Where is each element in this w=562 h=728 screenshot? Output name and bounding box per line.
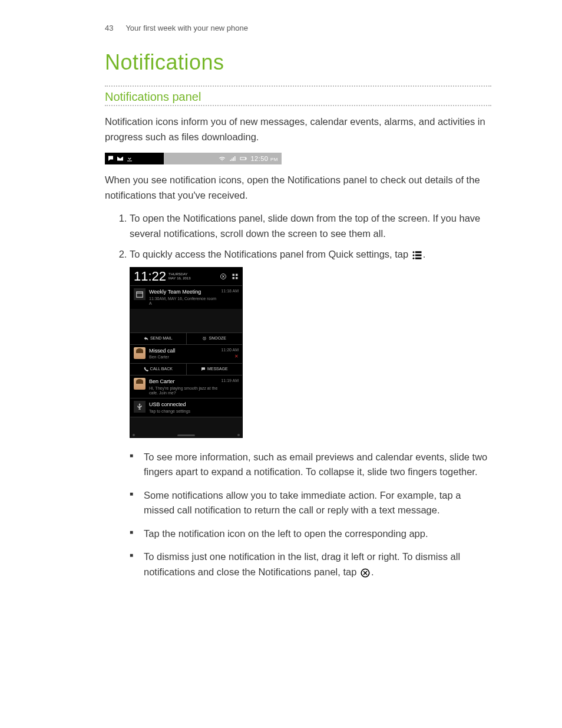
- tip-3: Tap the notification icon on the left to…: [130, 526, 491, 542]
- wifi-icon: [219, 155, 226, 162]
- svg-point-2: [412, 251, 414, 253]
- notification-actions: SEND MAIL SNOOZE: [130, 332, 242, 344]
- quick-settings-icon: [232, 273, 239, 280]
- missed-call-x-icon: ✕: [221, 353, 239, 360]
- section-name: Your first week with your new phone: [125, 24, 248, 32]
- svg-rect-12: [236, 277, 238, 279]
- tips-list: To see more information, such as email p…: [130, 450, 491, 580]
- clock-time: 11:22: [134, 270, 166, 283]
- tip-4: To dismiss just one notification in the …: [130, 549, 491, 579]
- steps-list: To open the Notifications panel, slide d…: [105, 211, 491, 579]
- mail-icon: [117, 155, 124, 162]
- list-menu-icon: [412, 250, 422, 261]
- alarm-icon: [202, 336, 207, 341]
- svg-point-4: [412, 255, 414, 256]
- svg-rect-13: [137, 292, 143, 297]
- download-icon: [126, 155, 133, 162]
- calendar-icon: [134, 288, 146, 300]
- svg-rect-9: [233, 274, 235, 276]
- page-number: 43: [105, 24, 124, 32]
- section-subtitle: Notifications panel: [105, 90, 491, 104]
- divider: [105, 85, 491, 87]
- notification-calendar: Weekly Team Meeting 11:30AM, MAY 16, Con…: [130, 285, 242, 309]
- statusbar-time: 12:50 PM: [250, 155, 278, 162]
- step-2: To quickly access the Notifications pane…: [130, 247, 491, 579]
- notification-usb: USB connected Tap to change settings: [130, 398, 242, 416]
- chat-icon: [107, 155, 114, 162]
- svg-rect-7: [415, 258, 422, 259]
- svg-rect-1: [246, 158, 246, 159]
- notification-actions: CALL BACK MESSAGE: [130, 363, 242, 375]
- divider: [105, 105, 491, 106]
- notification-message: Ben Carter Hi, They're playing smooth ja…: [130, 375, 242, 398]
- dismiss-all-icon: [220, 273, 227, 280]
- page-title: Notifications: [105, 50, 491, 75]
- tip-1: To see more information, such as email p…: [130, 450, 491, 480]
- svg-point-6: [412, 258, 414, 259]
- svg-rect-11: [233, 277, 235, 279]
- step-1: To open the Notifications panel, slide d…: [130, 211, 491, 241]
- running-header: 43 Your first week with your new phone: [105, 24, 491, 32]
- svg-rect-3: [415, 251, 422, 253]
- tip-2: Some notifications allow you to take imm…: [130, 488, 491, 518]
- clock-day: THURSDAY: [168, 272, 188, 276]
- avatar: [134, 347, 146, 359]
- svg-rect-10: [236, 274, 238, 276]
- svg-rect-0: [240, 157, 246, 160]
- reply-icon: [144, 336, 148, 341]
- clock-date: MAY 16, 2013: [168, 276, 190, 280]
- body-paragraph: When you see notification icons, open th…: [105, 173, 491, 203]
- phone-icon: [144, 367, 148, 371]
- message-icon: [201, 367, 206, 371]
- avatar: [134, 378, 146, 390]
- signal-icon: [229, 155, 236, 162]
- svg-rect-5: [415, 255, 422, 256]
- usb-icon: [134, 401, 146, 413]
- dismiss-circle-icon: [360, 568, 371, 578]
- phone-screenshot: 11:22 THURSDAY MAY 16, 2013 W: [130, 267, 243, 438]
- statusbar-illustration: 12:50 PM: [105, 153, 282, 164]
- intro-paragraph: Notification icons inform you of new mes…: [105, 114, 491, 144]
- battery-icon: [240, 155, 247, 162]
- notification-missed-call: Missed call Ben Carter 11:20 AM✕: [130, 344, 242, 363]
